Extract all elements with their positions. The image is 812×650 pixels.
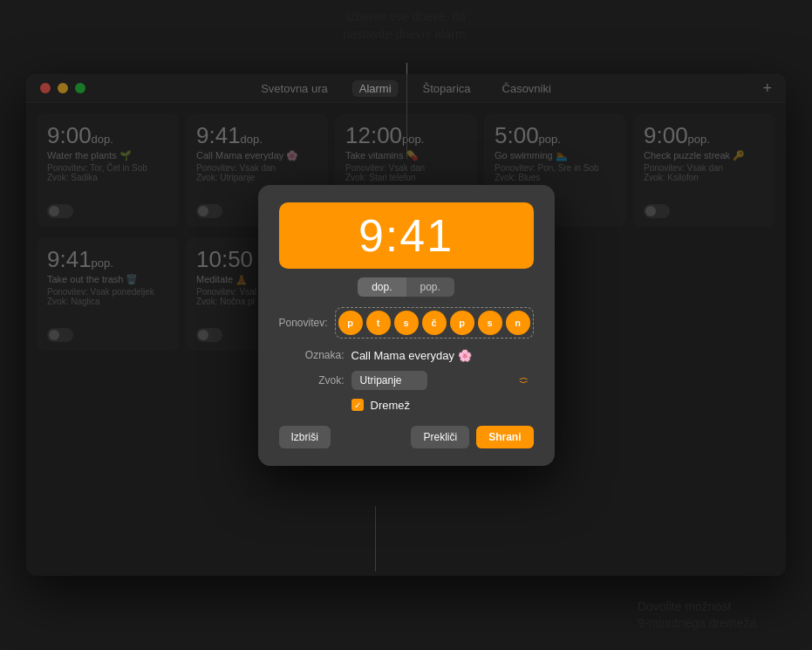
dialog-buttons: Izbriši Prekliči Shrani xyxy=(279,426,534,448)
snooze-label[interactable]: Dremež xyxy=(371,399,411,412)
oznaka-row: Oznaka: Call Mama everyday 🌸 xyxy=(279,349,534,362)
zvok-select-wrapper: Utripanje xyxy=(351,371,534,390)
clock-window: Svetovna ura Alarmi Štoparica Časovniki … xyxy=(26,74,786,576)
day-s-2[interactable]: s xyxy=(478,311,502,335)
am-button[interactable]: dop. xyxy=(358,277,406,297)
alarm-edit-dialog: 9:41 dop. pop. Ponovitev: p t s č p s xyxy=(258,185,555,466)
zvok-select[interactable]: Utripanje xyxy=(351,371,427,390)
time-display: 9:41 xyxy=(279,202,534,269)
ampm-row: dop. pop. xyxy=(279,277,534,297)
pm-button[interactable]: pop. xyxy=(406,277,454,297)
snooze-checkbox[interactable] xyxy=(351,399,364,411)
bottom-annotation: Dovolite možnost 9-minutnega dremeža. xyxy=(638,599,760,633)
days-container: p t s č p s n xyxy=(335,307,534,339)
save-button[interactable]: Shrani xyxy=(476,426,533,448)
snooze-row: Dremež xyxy=(279,399,534,412)
day-n[interactable]: n xyxy=(506,311,530,335)
zvok-label: Zvok: xyxy=(279,374,345,387)
day-t[interactable]: t xyxy=(366,311,391,335)
oznaka-value[interactable]: Call Mama everyday 🌸 xyxy=(351,349,534,362)
delete-button[interactable]: Izbriši xyxy=(279,426,331,448)
day-p-1[interactable]: p xyxy=(338,311,363,335)
dialog-overlay: 9:41 dop. pop. Ponovitev: p t s č p s xyxy=(26,74,786,576)
repeat-label: Ponovitev: xyxy=(279,317,328,329)
time-number: 9:41 xyxy=(293,209,520,262)
cancel-button[interactable]: Prekliči xyxy=(411,426,469,448)
top-annotation: Izberite vse dneve, da nastavite dnevni … xyxy=(344,9,469,43)
day-c[interactable]: č xyxy=(422,311,447,335)
zvok-row: Zvok: Utripanje xyxy=(279,371,534,390)
days-selector: p t s č p s n xyxy=(338,311,530,335)
oznaka-label: Oznaka: xyxy=(279,349,345,361)
dialog-right-buttons: Prekliči Shrani xyxy=(411,426,533,448)
days-row: Ponovitev: p t s č p s n xyxy=(279,307,534,339)
day-p-2[interactable]: p xyxy=(450,311,474,335)
day-s-1[interactable]: s xyxy=(394,311,419,335)
